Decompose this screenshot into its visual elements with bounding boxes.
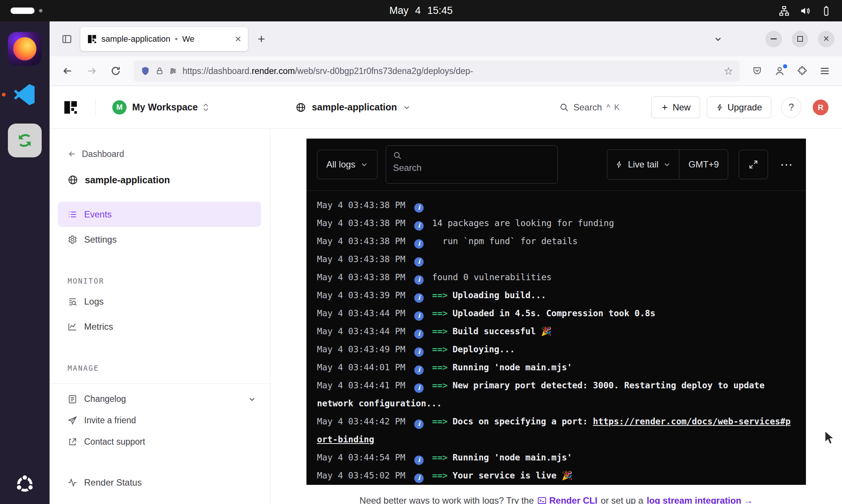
logs-label: Logs <box>84 296 104 307</box>
sidebar-item-metrics[interactable]: Metrics <box>58 314 261 339</box>
vscode-icon[interactable] <box>8 78 42 112</box>
info-icon: i <box>414 311 424 321</box>
log-timestamp: May 4 03:44:01 PM <box>317 362 405 372</box>
upgrade-button[interactable]: Upgrade <box>707 97 771 118</box>
global-search[interactable]: Search ^ K <box>559 102 620 113</box>
log-stream-link[interactable]: log stream integration → <box>647 495 753 504</box>
sidebar-item-logs[interactable]: Logs <box>58 289 261 314</box>
sidebar-item-settings[interactable]: Settings <box>58 227 261 252</box>
chevron-down-icon <box>361 161 368 168</box>
firefox-icon[interactable] <box>8 32 42 66</box>
back-button[interactable] <box>59 62 77 80</box>
back-to-dashboard-link[interactable]: Dashboard <box>58 146 261 162</box>
info-icon: i <box>414 257 424 267</box>
tracking-shield-icon[interactable] <box>140 66 150 76</box>
hamburger-icon <box>819 66 830 76</box>
log-arrow: ==> <box>432 326 448 336</box>
manage-section-label: MANAGE <box>58 360 261 376</box>
log-timestamp: May 4 03:43:38 PM <box>317 254 405 264</box>
status-label: Render Status <box>84 477 142 488</box>
log-arrow: ==> <box>432 344 448 354</box>
app-header: M My Workspace sample-application Search… <box>50 86 842 129</box>
log-search-input[interactable]: Search <box>386 145 558 184</box>
firefox-view-button[interactable] <box>57 29 77 49</box>
back-label: Dashboard <box>82 149 124 159</box>
system-top-bar: May 4 15:45 <box>0 0 842 21</box>
sidebar-item-contact-support[interactable]: Contact support <box>58 431 261 453</box>
user-avatar[interactable]: R <box>813 100 828 115</box>
log-filter-dropdown[interactable]: All logs <box>317 150 377 179</box>
system-clock[interactable]: May 4 15:45 <box>389 5 453 17</box>
volume-icon <box>800 6 810 16</box>
expand-logs-button[interactable] <box>739 150 768 179</box>
firefox-view-icon <box>62 34 72 44</box>
menu-button[interactable] <box>816 63 833 79</box>
forward-button[interactable] <box>83 62 101 80</box>
info-icon: i <box>414 221 424 231</box>
workspace-indicator[interactable] <box>11 8 42 14</box>
events-label: Events <box>84 209 112 220</box>
info-icon: i <box>414 365 424 375</box>
bolt-icon <box>616 161 623 168</box>
timezone-button[interactable]: GMT+9 <box>679 150 728 179</box>
sidebar-item-events[interactable]: Events <box>58 202 261 227</box>
navigation-toolbar: https://dashboard.render.com/web/srv-d0b… <box>50 56 842 86</box>
render-cli-link[interactable]: Render CLI <box>537 495 598 504</box>
sidebar-item-invite[interactable]: Invite a friend <box>58 410 261 431</box>
render-logo[interactable] <box>63 100 78 115</box>
sidebar: Dashboard sample-application Events <box>50 129 270 504</box>
help-button[interactable]: ? <box>781 97 801 118</box>
service-selector[interactable]: sample-application <box>296 102 410 113</box>
sidebar-service-title[interactable]: sample-application <box>58 171 261 189</box>
lock-icon[interactable] <box>155 67 164 75</box>
workspace-dot <box>39 9 42 12</box>
search-label: Search <box>573 102 602 113</box>
ubuntu-logo-icon[interactable] <box>14 473 36 495</box>
reload-button[interactable] <box>107 62 125 80</box>
maximize-button[interactable] <box>792 31 808 47</box>
software-updater-icon[interactable] <box>8 124 42 157</box>
new-tab-button[interactable]: + <box>252 29 271 49</box>
log-timestamp: May 4 03:43:38 PM <box>317 200 405 210</box>
monitor-section-label: MONITOR <box>58 273 261 289</box>
log-more-button[interactable]: ⋯ <box>779 157 795 172</box>
live-tail-label: Live tail <box>628 159 658 170</box>
header-divider <box>95 99 96 116</box>
metrics-label: Metrics <box>84 321 113 332</box>
sidebar-item-render-status[interactable]: Render Status <box>58 470 261 495</box>
system-tray[interactable] <box>779 6 831 16</box>
workspace-switcher-icon[interactable] <box>202 103 209 112</box>
reload-icon <box>110 66 121 76</box>
new-button[interactable]: New <box>651 97 700 118</box>
tab-close-button[interactable]: × <box>235 34 241 44</box>
log-message: Running 'node main.mjs' <box>453 453 572 462</box>
log-row: May 4 03:43:39 PMi==>Uploading build... <box>317 286 795 304</box>
pocket-button[interactable] <box>749 63 765 79</box>
url-text[interactable]: https://dashboard.render.com/web/srv-d0b… <box>183 66 718 76</box>
minimize-button[interactable] <box>765 31 782 47</box>
metrics-chart-icon <box>68 322 77 332</box>
globe-icon <box>296 102 306 113</box>
live-tail-dropdown[interactable]: Live tail <box>607 150 679 179</box>
close-button[interactable]: × <box>818 31 834 47</box>
sidebar-item-changelog[interactable]: Changelog <box>58 388 261 410</box>
paper-plane-icon <box>68 416 77 426</box>
log-timestamp: May 4 03:43:38 PM <box>317 272 405 282</box>
account-button[interactable] <box>771 63 788 79</box>
extensions-button[interactable] <box>794 63 810 79</box>
search-shortcut: ^ K <box>607 103 620 112</box>
log-arrow: ==> <box>432 308 448 318</box>
log-arrow: ==> <box>432 471 448 480</box>
log-timestamp: May 4 03:44:41 PM <box>317 380 405 390</box>
bookmark-star-icon[interactable]: ☆ <box>724 65 733 77</box>
log-message: Your service is live 🎉 <box>453 471 573 480</box>
permissions-icon[interactable] <box>169 67 177 75</box>
terminal-icon <box>537 496 546 504</box>
url-bar[interactable]: https://dashboard.render.com/web/srv-d0b… <box>134 60 740 81</box>
recycle-icon <box>15 131 34 150</box>
workspace-name[interactable]: My Workspace <box>132 102 198 113</box>
active-tab[interactable]: sample-application • We × <box>80 27 248 51</box>
invite-label: Invite a friend <box>84 415 136 426</box>
list-all-tabs-button[interactable] <box>708 29 728 49</box>
changelog-label: Changelog <box>84 394 126 404</box>
